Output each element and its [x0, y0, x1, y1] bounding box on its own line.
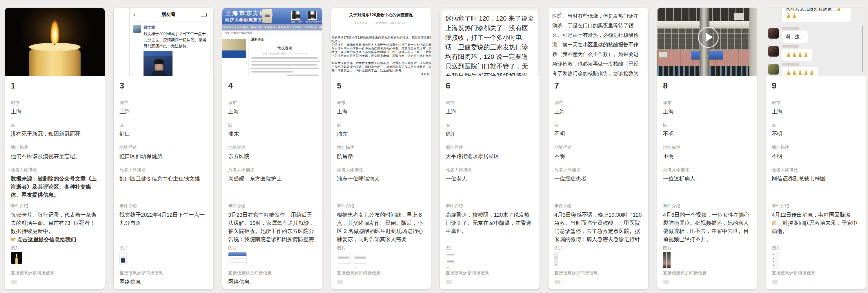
label-direct-info: 直接信息还是间接信息 — [119, 270, 208, 275]
avatar — [768, 28, 779, 38]
value-deceased: 数据来源：被删除的公众号文章《上海逝者》及其评论区、各种社交媒体、网友提供信息。 — [11, 175, 99, 199]
folded-hands-icon — [786, 52, 791, 57]
label-address: 地址描述 — [11, 145, 99, 150]
folded-hands-icon — [786, 13, 791, 18]
card-number: 4 — [228, 81, 233, 90]
record-card-9[interactable]: 只有其女儿眼见其病逝... 啊，这。 9 城市 上海 区 不明 地址描 — [766, 8, 866, 289]
value-district: 浦东 — [337, 130, 425, 138]
value-district: 浦东 — [228, 130, 316, 138]
building-video-thumbnail — [657, 8, 757, 76]
label-image: 图片 — [554, 245, 643, 251]
text-line-placeholder — [251, 71, 293, 72]
document-thumbnail — [337, 252, 351, 264]
label-event: 事件介绍 — [11, 203, 99, 209]
value-event: 每张卡片、每行记录，代表着一条逝去的鲜活生命。目前有73+位死者！数据持续更新中… — [11, 211, 99, 244]
label-deceased: 死者大体描述 — [337, 167, 425, 172]
report-line: ！ — [331, 58, 431, 61]
record-card-3[interactable]: ‹ 朋友圈 钱文雄 钱文雄于2022年4月12日下午一点十九分去世。疫情期间一切… — [114, 8, 213, 289]
folded-hands-icon — [786, 69, 791, 75]
label-district: 区 — [663, 122, 751, 128]
text-part-1: 医院。当时有些低烧，但是发热门诊在消杀，于是在门口的黑夜里等待了很久。可是由于有… — [552, 13, 639, 76]
scrollbar[interactable] — [862, 26, 863, 72]
label-image: 图片 — [445, 245, 534, 251]
value-direct-info — [772, 278, 860, 284]
label-event: 事件介绍 — [445, 203, 534, 209]
value-event: 4月3日突感不适，晚上19:30叫了120急救。当时面临全员核酸，三甲医院门急诊… — [554, 211, 643, 244]
direct-info-empty-pill — [772, 280, 778, 284]
value-event: 钱文雄于2022年4月12日下午一点十九分自杀 — [119, 211, 208, 227]
sidebar-block — [222, 51, 246, 58]
report-line: 急情况后，现场核酸检测的医务人员已奔赴其家中进行了数十分钟的紧急抢救， — [331, 43, 431, 47]
image-thumbnails — [119, 252, 208, 269]
label-direct-info: 直接信息还是间接信息 — [337, 270, 425, 275]
card-number: 8 — [663, 81, 668, 90]
label-district: 区 — [119, 122, 208, 128]
moments-post: 钱文雄 钱文雄于2022年4月12日下午一点十九分去世。疫情期间一切从简。家属目… — [130, 22, 210, 76]
label-direct-info: 直接信息还是间接信息 — [445, 270, 534, 275]
report-meta: 【信息来源：】【信息时间：2022-03-31】 — [331, 22, 431, 25]
anniversary-emblem: 100 — [262, 9, 272, 23]
play-button-icon[interactable] — [698, 27, 719, 48]
text-line-placeholder — [287, 75, 319, 76]
value-city: 上海 — [663, 108, 751, 116]
label-deceased: 死者大体描述 — [772, 167, 860, 172]
chat-bubble — [782, 49, 812, 61]
report-line: 务工作者的全力，为群众提供专业、安全的医疗服务。 — [331, 68, 431, 72]
direct-info-empty-pill — [663, 280, 670, 284]
value-district: 没有死于新冠，却因新冠而死 — [11, 130, 99, 138]
label-deceased: 死者大体描述 — [663, 167, 751, 172]
value-direct-info — [337, 278, 425, 284]
record-card-4[interactable]: 上海市东方医院 同济大学附属东方医院 100 微信二维码 患者移动服务平台 医院… — [222, 8, 322, 289]
label-image: 图片 — [228, 245, 316, 251]
hospital-website-screenshot: 上海市东方医院 同济大学附属东方医院 100 微信二维码 患者移动服务平台 医院… — [222, 8, 322, 76]
record-card-1[interactable]: 1 城市 上海 区 没有死于新冠，却因新冠而死 地址描述 他们不应该被漠视甚至忘… — [5, 8, 105, 289]
value-district: 虹口 — [119, 130, 208, 138]
text-block: 医院。当时有些低烧，但是发热门诊在消杀，于是在门口的黑夜里等待了很久。可是由于有… — [549, 8, 646, 76]
moments-title: 朋友圈 — [135, 11, 201, 18]
label-address: 地址描述 — [337, 145, 425, 150]
message-screenshot: 迷病危了叫 120，120 来了说全上海发热门诊都关了，没有医院接收，打了一个多… — [440, 8, 539, 76]
label-district: 区 — [228, 122, 316, 128]
value-city: 上海 — [228, 108, 316, 116]
label-deceased: 死者大体描述 — [228, 167, 316, 172]
label-address: 地址描述 — [228, 145, 316, 150]
value-address: 航昌路 — [337, 152, 425, 160]
record-card-5[interactable]: 关于对浦东120急救中心的调查情况 【信息来源：】【信息时间：2022-03-3… — [331, 8, 431, 289]
site-nav: 医院概况｜名医名家｜科室介绍｜党建园地｜医政管理｜医学教育｜医学研究｜国际交流｜… — [222, 24, 322, 30]
folded-hands-icon — [798, 69, 803, 75]
direct-info-empty-pill — [337, 280, 343, 284]
label-city: 城市 — [337, 100, 425, 105]
record-card-6[interactable]: 迷病危了叫 120，120 来了说全上海发热门诊都关了，没有医院接收，打了一个多… — [440, 8, 539, 289]
document-thumbnail — [445, 252, 455, 269]
value-address: 虹口区妇幼保健所 — [119, 152, 208, 160]
report-line: 在航昌路376弄小区120急救医生未向求救患者施救的情况，我委立即连夜启动调 — [331, 36, 431, 39]
air-conditioner — [734, 13, 744, 20]
concrete-column — [749, 8, 757, 76]
blurred-username — [782, 45, 799, 48]
text-line-placeholder — [251, 64, 317, 65]
label-district: 区 — [554, 122, 643, 128]
submit-info-link[interactable]: 点击这里提交信息给我们 — [17, 236, 76, 242]
chat-bubble — [782, 67, 818, 76]
label-event: 事件介绍 — [228, 203, 316, 209]
back-chevron-icon: ‹ — [133, 11, 135, 18]
record-card-7[interactable]: 医院。当时有些低烧，但是发热门诊在消杀，于是在门口的黑夜里等待了很久。可是由于有… — [549, 8, 648, 289]
value-deceased: 虹口区卫健委信息中心主任钱文雄 — [119, 175, 208, 183]
image-thumbnails — [337, 252, 425, 269]
label-image: 图片 — [337, 245, 425, 251]
value-deceased: 浦东一位哮喘病人 — [337, 175, 425, 183]
label-image: 图片 — [772, 245, 860, 251]
poster-name: 钱文雄 — [144, 25, 207, 30]
label-event: 事件介绍 — [337, 203, 425, 209]
post-photo — [144, 51, 173, 76]
label-direct-info: 直接信息还是间接信息 — [554, 270, 643, 275]
label-city: 城市 — [772, 100, 860, 105]
image-thumbnails — [445, 252, 534, 269]
record-card-8[interactable]: 8 城市 上海 区 不明 地址描述 不明 死者大体描述 一位透析病人 事件介绍 … — [657, 8, 757, 289]
value-address: 东方医院 — [228, 152, 316, 160]
value-district: 不明 — [663, 130, 751, 138]
label-city: 城市 — [445, 100, 534, 105]
camera-icon — [201, 12, 207, 17]
qr-code-icon — [308, 11, 317, 20]
value-address: 不明 — [772, 152, 860, 160]
